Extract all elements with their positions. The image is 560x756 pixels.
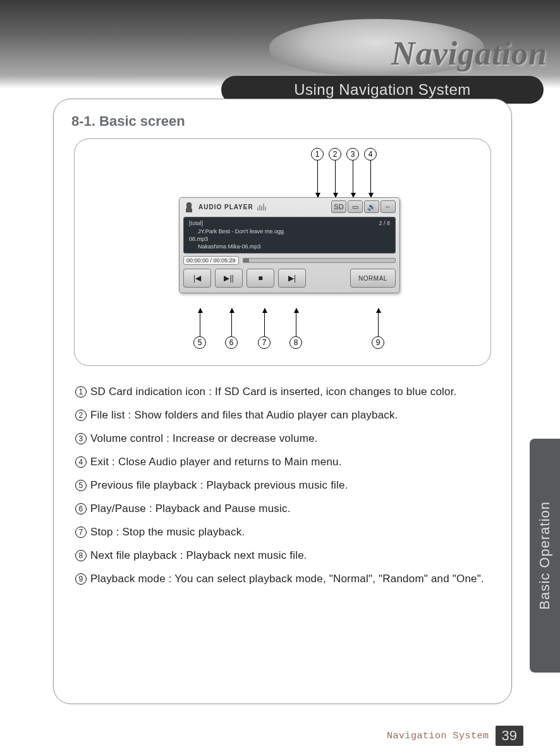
arrow-2 (335, 161, 336, 197)
time-row: 00:00:00 / 00:05:29 (183, 256, 396, 265)
arrow-6 (231, 308, 232, 336)
file-counter: 2 / 8 (379, 220, 390, 226)
arrow-8 (296, 308, 296, 336)
description-list: 1SD Card indication icon : If SD Card is… (75, 385, 490, 586)
desc-item-3: 3Volume control : Increase or decrease v… (75, 432, 490, 446)
content-card: 8-1. Basic screen 1 2 3 4 AUDIO PLAYER S… (53, 99, 512, 704)
player-title: AUDIO PLAYER (198, 204, 253, 210)
desc-marker: 8 (75, 550, 87, 561)
desc-item-8: 8Next file playback : Playback next musi… (75, 549, 490, 563)
desc-marker: 2 (75, 410, 87, 421)
desc-text: Volume control : Increase or decrease vo… (90, 432, 318, 444)
list-item[interactable]: 08.mp3 (189, 235, 390, 243)
play-pause-button[interactable]: ▶|| (215, 269, 243, 288)
desc-item-4: 4Exit : Close Audio player and returns t… (75, 455, 490, 470)
section-title: 8-1. Basic screen (71, 113, 494, 130)
list-item[interactable]: JY.Park Best - Don't leave me.ogg (189, 228, 390, 235)
volume-icon[interactable]: 🔊 (364, 200, 379, 213)
equalizer-icon (257, 203, 266, 210)
desc-text: SD Card indication icon : If SD Card is … (90, 386, 457, 398)
arrow-3 (353, 161, 353, 197)
desc-item-1: 1SD Card indication icon : If SD Card is… (75, 385, 490, 399)
desc-marker: 1 (75, 386, 87, 398)
footer-label: Navigation System (387, 731, 489, 741)
desc-item-5: 5Previous file playback : Playback previ… (75, 479, 490, 493)
player-header: AUDIO PLAYER SD ▭ 🔊 ← (180, 198, 399, 214)
arrow-1 (317, 161, 318, 197)
top-icon-row: SD ▭ 🔊 ← (331, 200, 396, 213)
desc-item-7: 7Stop : Stop the music playback. (75, 525, 490, 540)
page-number: 39 (496, 726, 523, 746)
desc-marker: 3 (75, 433, 87, 444)
desc-text: Next file playback : Playback next music… (90, 549, 307, 561)
hero-banner: Navigation (0, 0, 560, 88)
audio-player-panel: AUDIO PLAYER SD ▭ 🔊 ← [total] 2 / 8 JY.P… (179, 197, 400, 293)
callout-7: 7 (258, 336, 271, 349)
desc-item-9: 9Playback mode : You can select playback… (75, 572, 490, 587)
figure-box: 1 2 3 4 AUDIO PLAYER SD ▭ 🔊 ← (74, 138, 491, 366)
folder-label: [total] (189, 220, 203, 226)
arrow-5 (200, 308, 200, 336)
desc-text: Play/Pause : Playback and Pause music. (90, 503, 291, 515)
side-tab-label: Basic Operation (537, 501, 553, 610)
desc-item-2: 2File list : Show folders and files that… (75, 408, 490, 423)
callout-5: 5 (193, 336, 206, 349)
desc-text: Playback mode : You can select playback … (90, 573, 484, 585)
progress-bar[interactable] (243, 258, 396, 263)
desc-text: Stop : Stop the music playback. (90, 526, 245, 538)
desc-text: File list : Show folders and files that … (90, 409, 398, 421)
chapter-tab-label: Using Navigation System (294, 81, 471, 99)
file-list-panel[interactable]: [total] 2 / 8 JY.Park Best - Don't leave… (183, 217, 396, 253)
arrow-7 (264, 308, 265, 336)
time-display: 00:00:00 / 00:05:29 (183, 256, 239, 265)
exit-icon[interactable]: ← (380, 200, 396, 213)
callout-1: 1 (311, 148, 324, 161)
stop-button[interactable]: ■ (247, 269, 274, 288)
desc-text: Exit : Close Audio player and returns to… (90, 456, 342, 468)
file-list-icon[interactable]: ▭ (348, 200, 363, 213)
hero-brand-text: Navigation (391, 35, 547, 72)
next-button[interactable]: ▶| (278, 269, 306, 288)
person-icon (183, 201, 195, 212)
list-item[interactable]: Nakashima Mika-06.mp3 (189, 243, 390, 250)
arrow-4 (370, 161, 371, 197)
desc-marker: 6 (75, 503, 87, 515)
desc-item-6: 6Play/Pause : Playback and Pause music. (75, 502, 490, 516)
side-tab: Basic Operation (530, 439, 560, 673)
controls-row: |◀ ▶|| ■ ▶| NORMAL (183, 269, 396, 288)
desc-marker: 9 (75, 573, 87, 585)
playback-mode-button[interactable]: NORMAL (350, 269, 396, 288)
desc-marker: 5 (75, 480, 87, 491)
arrow-9 (378, 308, 379, 336)
callout-3: 3 (346, 148, 359, 161)
footer: Navigation System 39 (387, 726, 523, 746)
desc-marker: 4 (75, 456, 87, 468)
sd-card-icon[interactable]: SD (331, 200, 346, 213)
callout-4: 4 (364, 148, 377, 161)
desc-text: Previous file playback : Playback previo… (90, 479, 348, 491)
callout-8: 8 (289, 336, 302, 349)
desc-marker: 7 (75, 527, 87, 538)
callout-9: 9 (372, 336, 384, 349)
callout-6: 6 (225, 336, 238, 349)
prev-button[interactable]: |◀ (183, 269, 211, 288)
callout-2: 2 (329, 148, 341, 161)
